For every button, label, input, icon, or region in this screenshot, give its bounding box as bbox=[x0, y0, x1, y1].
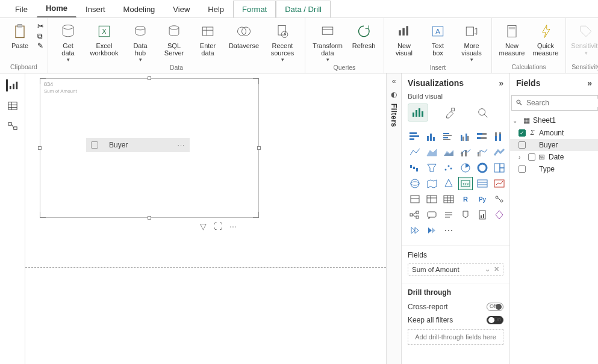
qa-visual-icon[interactable] bbox=[425, 208, 439, 221]
field-checkbox[interactable] bbox=[519, 165, 526, 173]
resize-handle[interactable] bbox=[253, 212, 259, 218]
report-view-button[interactable] bbox=[6, 79, 19, 91]
tab-help[interactable]: Help bbox=[199, 1, 233, 17]
waterfall-icon[interactable] bbox=[408, 161, 422, 174]
fields-search[interactable]: 🔍︎ bbox=[511, 95, 598, 111]
filters-pane-collapsed[interactable]: « ◐ Filters bbox=[386, 73, 402, 364]
field-amount[interactable]: ✓ Σ Amount bbox=[510, 126, 598, 139]
more-visuals-button[interactable]: More visuals▾ bbox=[455, 20, 488, 64]
area-chart-icon[interactable] bbox=[425, 146, 439, 159]
focus-mode-icon[interactable]: ⛶ bbox=[214, 221, 222, 231]
field-date[interactable]: › 📅︎ Date bbox=[510, 151, 598, 163]
hundred-column-icon[interactable] bbox=[492, 130, 506, 143]
paste-button[interactable]: Paste bbox=[4, 20, 36, 51]
line-stacked-column-icon[interactable] bbox=[458, 146, 473, 159]
slicer-more-icon[interactable]: ··· bbox=[178, 141, 185, 149]
resize-handle[interactable] bbox=[253, 78, 259, 84]
cross-report-toggle[interactable]: Off bbox=[487, 303, 503, 311]
tab-format[interactable]: Format bbox=[233, 1, 276, 17]
arcgis-icon[interactable] bbox=[425, 224, 439, 237]
expand-filters-icon[interactable]: « bbox=[392, 77, 396, 85]
selected-visual[interactable]: 834 Sum of Amount Buyer ··· bbox=[40, 78, 259, 218]
analytics-tab[interactable] bbox=[473, 103, 493, 122]
line-clustered-column-icon[interactable] bbox=[475, 146, 490, 159]
get-more-visuals-icon[interactable] bbox=[441, 224, 456, 237]
new-measure-button[interactable]: New measure bbox=[496, 20, 528, 58]
recent-sources-button[interactable]: Recent sources▾ bbox=[264, 20, 301, 64]
enter-data-button[interactable]: Enter data bbox=[192, 20, 224, 58]
copy-icon[interactable]: ⧉ bbox=[37, 32, 44, 40]
resize-handle[interactable] bbox=[40, 212, 46, 218]
funnel-icon[interactable] bbox=[425, 161, 439, 174]
table-icon[interactable] bbox=[425, 193, 439, 206]
slicer-header[interactable]: Buyer ··· bbox=[86, 138, 190, 152]
donut-icon[interactable] bbox=[475, 161, 490, 174]
quick-measure-button[interactable]: Quick measure bbox=[529, 20, 562, 58]
clustered-bar-icon[interactable] bbox=[441, 130, 456, 143]
field-type[interactable]: Type bbox=[510, 163, 598, 175]
table-node-sheet1[interactable]: ⌄ ▦ Sheet1 bbox=[510, 114, 598, 126]
drill-through-drop[interactable]: Add drill-through fields here bbox=[408, 329, 503, 345]
line-chart-icon[interactable] bbox=[408, 146, 422, 159]
python-visual-icon[interactable]: Py bbox=[475, 193, 490, 206]
sql-server-button[interactable]: SQL Server bbox=[158, 20, 190, 58]
keep-filters-toggle[interactable]: On bbox=[487, 316, 503, 324]
search-input[interactable] bbox=[526, 99, 598, 107]
resize-handle[interactable] bbox=[148, 216, 151, 220]
key-influencers-icon[interactable] bbox=[492, 193, 506, 206]
field-checkbox[interactable] bbox=[519, 141, 526, 149]
map-icon[interactable] bbox=[408, 177, 422, 190]
clustered-column-icon[interactable] bbox=[458, 130, 473, 143]
tab-modeling[interactable]: Modeling bbox=[114, 1, 164, 17]
data-hub-button[interactable]: Data hub▾ bbox=[124, 20, 157, 64]
build-visual-tab[interactable] bbox=[408, 103, 428, 122]
refresh-button[interactable]: Refresh bbox=[347, 20, 380, 51]
collapse-fields-icon[interactable]: » bbox=[587, 78, 592, 88]
text-box-button[interactable]: A Text box bbox=[422, 20, 454, 58]
tab-data-drill[interactable]: Data / Drill bbox=[276, 1, 331, 17]
new-visual-button[interactable]: New visual bbox=[388, 20, 420, 58]
field-checkbox[interactable]: ✓ bbox=[519, 129, 526, 137]
sensitivity-button[interactable]: Sensitivity▾ bbox=[570, 20, 598, 57]
format-visual-tab[interactable] bbox=[440, 103, 461, 122]
resize-handle[interactable] bbox=[257, 146, 261, 150]
field-well-chevron-icon[interactable]: ⌄ bbox=[485, 265, 490, 273]
paginated-report-icon[interactable] bbox=[475, 208, 490, 221]
dataverse-button[interactable]: Dataverse bbox=[225, 20, 263, 51]
hundred-bar-icon[interactable] bbox=[475, 130, 490, 143]
pie-icon[interactable] bbox=[458, 161, 473, 174]
tab-view[interactable]: View bbox=[164, 1, 199, 17]
tab-file[interactable]: File bbox=[6, 1, 37, 17]
field-checkbox[interactable] bbox=[528, 153, 535, 161]
kpi-icon[interactable] bbox=[492, 177, 506, 190]
more-options-icon[interactable]: ··· bbox=[229, 221, 237, 231]
get-data-button[interactable]: Get data▾ bbox=[52, 20, 84, 64]
treemap-icon[interactable] bbox=[492, 161, 506, 174]
scatter-icon[interactable] bbox=[441, 161, 456, 174]
field-well-remove-icon[interactable]: ✕ bbox=[494, 265, 499, 273]
filters-eye-icon[interactable]: ◐ bbox=[391, 90, 397, 99]
collapse-visualizations-icon[interactable]: » bbox=[499, 78, 503, 88]
smart-narrative-icon[interactable] bbox=[441, 208, 456, 221]
resize-handle[interactable] bbox=[38, 146, 42, 150]
field-well[interactable]: Sum of Amount ⌄ ✕ bbox=[408, 263, 503, 276]
stacked-column-icon[interactable] bbox=[425, 130, 439, 143]
format-painter-icon[interactable]: ✎ bbox=[37, 42, 44, 50]
excel-workbook-button[interactable]: X Excel workbook bbox=[86, 20, 123, 58]
transform-data-button[interactable]: Transform data▾ bbox=[309, 20, 346, 64]
field-buyer[interactable]: Buyer bbox=[510, 139, 598, 151]
power-apps-icon[interactable] bbox=[492, 208, 506, 221]
report-canvas[interactable]: 834 Sum of Amount Buyer ··· ▽ ⛶ ··· bbox=[25, 73, 386, 364]
tab-home[interactable]: Home bbox=[37, 0, 76, 17]
stacked-bar-icon[interactable] bbox=[408, 130, 422, 143]
stacked-area-icon[interactable] bbox=[441, 146, 456, 159]
azure-map-icon[interactable] bbox=[441, 177, 456, 190]
matrix-icon[interactable] bbox=[441, 193, 456, 206]
r-visual-icon[interactable]: R bbox=[458, 193, 473, 206]
model-view-button[interactable] bbox=[6, 120, 19, 132]
multi-card-icon[interactable] bbox=[475, 177, 490, 190]
power-automate-icon[interactable] bbox=[408, 224, 422, 237]
filter-icon[interactable]: ▽ bbox=[200, 221, 207, 231]
goals-icon[interactable] bbox=[458, 208, 473, 221]
resize-handle[interactable] bbox=[148, 76, 151, 80]
